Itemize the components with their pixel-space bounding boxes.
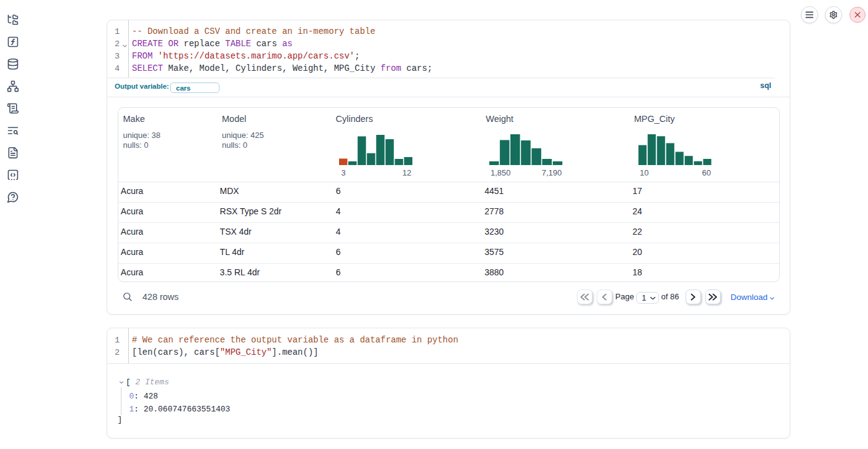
svg-text:10: 10 xyxy=(640,168,649,177)
svg-text:7,190: 7,190 xyxy=(542,168,562,177)
svg-text:12: 12 xyxy=(402,168,411,177)
svg-text:3: 3 xyxy=(341,168,345,177)
svg-text:60: 60 xyxy=(702,168,711,177)
svg-text:1,850: 1,850 xyxy=(491,168,511,177)
